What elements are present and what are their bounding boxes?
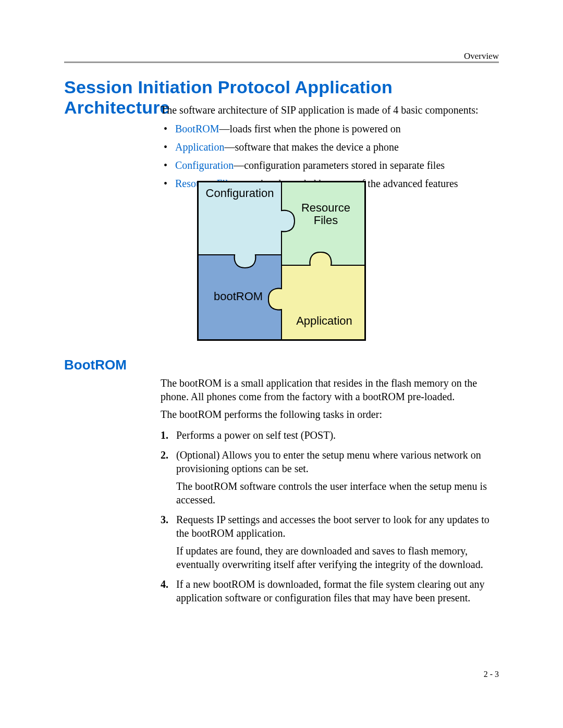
header-rule bbox=[64, 61, 499, 63]
component-bullets: BootROM—loads first when the phone is po… bbox=[161, 117, 499, 190]
running-header: Overview bbox=[464, 51, 499, 61]
document-page: Overview Session Initiation Protocol App… bbox=[0, 0, 563, 728]
bullet-application-desc: —software that makes the device a phone bbox=[224, 141, 398, 153]
step-3-sub: If updates are found, they are downloade… bbox=[176, 544, 499, 571]
step-4-text: If a new bootROM is downloaded, format t… bbox=[176, 578, 485, 603]
bootrom-ordered-list: 1. Performs a power on self test (POST).… bbox=[161, 422, 499, 604]
step-1-number: 1. bbox=[161, 428, 168, 442]
step-3-text: Requests IP settings and accesses the bo… bbox=[176, 514, 489, 539]
bullet-configuration-desc: —configuration parameters stored in sepa… bbox=[234, 159, 445, 171]
step-4-number: 4. bbox=[161, 577, 168, 591]
bullet-configuration: Configuration—configuration parameters s… bbox=[161, 159, 499, 172]
label-bootrom: bootROM bbox=[204, 290, 272, 303]
step-2-number: 2. bbox=[161, 448, 168, 462]
bootrom-paragraph-2: The bootROM performs the following tasks… bbox=[161, 408, 499, 421]
link-configuration[interactable]: Configuration bbox=[175, 159, 234, 171]
step-2-sub: The bootROM software controls the user i… bbox=[176, 479, 499, 507]
bullet-bootrom-desc: —loads first when the phone is powered o… bbox=[219, 123, 400, 134]
label-resource-2: Files bbox=[292, 214, 360, 227]
link-bootrom[interactable]: BootROM bbox=[175, 123, 219, 134]
step-3-number: 3. bbox=[161, 513, 168, 526]
step-3: 3. Requests IP settings and accesses the… bbox=[161, 513, 499, 571]
bullet-bootrom: BootROM—loads first when the phone is po… bbox=[161, 122, 499, 135]
intro-paragraph: The software architecture of SIP applica… bbox=[161, 103, 499, 117]
label-application: Application bbox=[288, 315, 361, 327]
link-application[interactable]: Application bbox=[175, 141, 224, 153]
architecture-diagram: Configuration Resource Files bootROM App… bbox=[0, 181, 563, 341]
label-configuration: Configuration bbox=[202, 187, 277, 200]
step-1-text: Performs a power on self test (POST). bbox=[176, 429, 336, 441]
bullet-application: Application—software that makes the devi… bbox=[161, 141, 499, 154]
page-number: 2 - 3 bbox=[484, 670, 499, 679]
step-4: 4. If a new bootROM is downloaded, forma… bbox=[161, 577, 499, 604]
subheading-bootrom: BootROM bbox=[64, 357, 127, 373]
step-2: 2. (Optional) Allows you to enter the se… bbox=[161, 448, 499, 507]
step-1: 1. Performs a power on self test (POST). bbox=[161, 428, 499, 442]
step-2-text: (Optional) Allows you to enter the setup… bbox=[176, 449, 481, 474]
bootrom-paragraph-1: The bootROM is a small application that … bbox=[161, 376, 499, 403]
label-resource-1: Resource bbox=[292, 202, 360, 214]
